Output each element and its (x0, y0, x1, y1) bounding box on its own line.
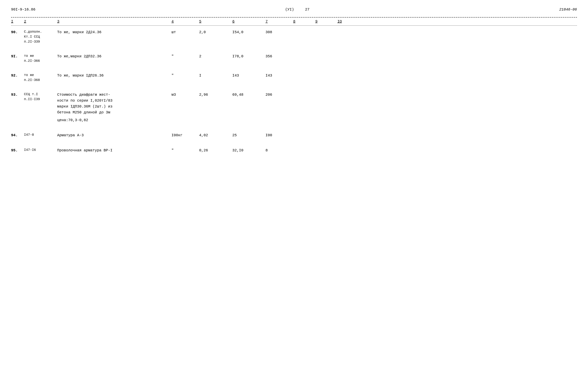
table-row: 94.I47-8Арматура А-3I00кг4,0225I00 (11, 132, 577, 138)
row-desc-main: То же,марки 2ДП32.36 (57, 54, 172, 59)
row-num: 95. (11, 148, 24, 154)
row-code: ССЦ т.I п.II-I39 (24, 92, 57, 102)
row-num: 9I. (11, 54, 24, 59)
header-paren: (УI) (285, 8, 294, 12)
header-num: 27 (305, 8, 310, 12)
row-qty: 2 (199, 54, 232, 59)
row-desc-main: Арматура А-3 (57, 132, 172, 138)
table-row: 90.С.дополн. Кт.I ССЦ п.2I-339То же, мар… (11, 29, 577, 44)
row-num: 92. (11, 73, 24, 78)
row-total: 308 (266, 29, 293, 35)
row-desc: Стоимость диафрагм жест- кости по серии … (57, 92, 172, 123)
row-price: 69,48 (232, 92, 266, 98)
row-total: 356 (266, 54, 293, 59)
row-sub-note: цена:70,3-0,82 (57, 117, 172, 123)
row-qty: I (199, 73, 232, 78)
row-total: 206 (266, 92, 293, 98)
row-num: 93. (11, 92, 24, 98)
row-price: 32,I0 (232, 148, 266, 154)
header-left: 90I-9-16.86 (11, 8, 36, 12)
row-desc-main: То же, марки IДП26.36 (57, 73, 172, 78)
table-row: 95.I47-I6Проволочная арматура ВР-I"0,263… (11, 148, 577, 154)
col-header-8: 8 (293, 19, 315, 24)
row-num: 94. (11, 132, 24, 138)
row-desc-main: То же, марки 2Д24.36 (57, 29, 172, 35)
top-divider (11, 17, 577, 18)
row-unit: шт (172, 29, 199, 35)
row-desc: То же, марки 2Д24.36 (57, 29, 172, 35)
header-right: 21846-06 (559, 8, 577, 12)
page-header: 90I-9-16.86 (УI) 27 21846-06 (11, 8, 577, 12)
row-qty: 2,0 (199, 29, 232, 35)
row-desc-main: Стоимость диафрагм жест- кости по серии … (57, 92, 172, 116)
row-price: I43 (232, 73, 266, 78)
header-center: (УI) 27 (285, 8, 310, 12)
row-desc: Проволочная арматура ВР-I (57, 148, 172, 154)
row-qty: 4,02 (199, 132, 232, 138)
row-desc: Арматура А-3 (57, 132, 172, 138)
col-header-9: 9 (315, 19, 338, 24)
row-unit: I00кг (172, 132, 199, 138)
row-code: I47-8 (24, 132, 57, 137)
col-header-3: 3 (57, 19, 172, 24)
col-header-10: IO (338, 19, 360, 24)
row-total: 8 (266, 148, 293, 154)
table-row: 93.ССЦ т.I п.II-I39Стоимость диафрагм же… (11, 92, 577, 123)
row-total: I43 (266, 73, 293, 78)
col-header-6: 6 (232, 19, 266, 24)
col-header-4: 4 (172, 19, 199, 24)
row-qty: 2,96 (199, 92, 232, 98)
row-unit: " (172, 54, 199, 59)
table-row: 92.то же п.2I-368То же, марки IДП26.36"I… (11, 73, 577, 82)
row-unit: " (172, 73, 199, 78)
row-desc-main: Проволочная арматура ВР-I (57, 148, 172, 154)
row-code: то же п.2I-366 (24, 54, 57, 64)
column-headers: I 2 3 4 5 6 7 8 9 IO (11, 19, 577, 26)
row-code: I47-I6 (24, 148, 57, 152)
row-price: I78,0 (232, 54, 266, 59)
col-header-2: 2 (24, 19, 57, 24)
col-header-1: I (11, 19, 24, 24)
row-desc: То же, марки IДП26.36 (57, 73, 172, 78)
col-header-5: 5 (199, 19, 232, 24)
row-price: I54,0 (232, 29, 266, 35)
row-desc: То же,марки 2ДП32.36 (57, 54, 172, 59)
row-total: I00 (266, 132, 293, 138)
col-header-7: 7 (266, 19, 293, 24)
row-unit: " (172, 148, 199, 154)
table-body: 90.С.дополн. Кт.I ССЦ п.2I-339То же, мар… (11, 29, 577, 154)
row-price: 25 (232, 132, 266, 138)
row-code: то же п.2I-368 (24, 73, 57, 82)
row-num: 90. (11, 29, 24, 35)
table-row: 9I.то же п.2I-366То же,марки 2ДП32.36"2I… (11, 54, 577, 64)
row-qty: 0,26 (199, 148, 232, 154)
row-unit: м3 (172, 92, 199, 98)
row-code: С.дополн. Кт.I ССЦ п.2I-339 (24, 29, 57, 44)
